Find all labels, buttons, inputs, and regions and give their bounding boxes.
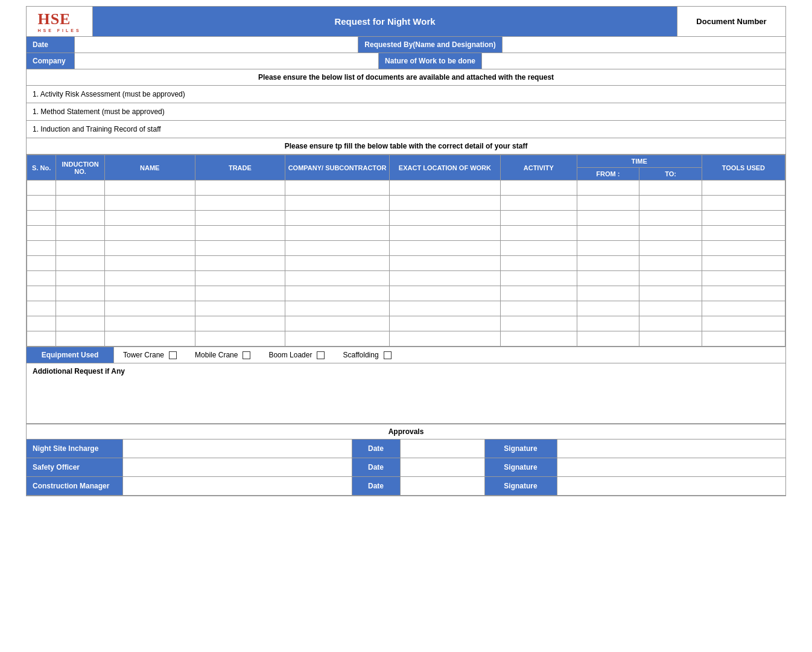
table-cell[interactable] (27, 301, 56, 316)
table-cell[interactable] (389, 181, 500, 196)
table-cell[interactable] (639, 181, 702, 196)
table-cell[interactable] (27, 271, 56, 286)
table-cell[interactable] (501, 211, 577, 226)
table-cell[interactable] (501, 286, 577, 301)
requested-by-value[interactable] (503, 37, 785, 53)
table-cell[interactable] (285, 196, 390, 211)
table-cell[interactable] (104, 316, 195, 331)
construction-manager-date-value[interactable] (401, 477, 485, 495)
table-cell[interactable] (195, 181, 285, 196)
table-cell[interactable] (389, 316, 500, 331)
table-cell[interactable] (56, 316, 105, 331)
table-cell[interactable] (702, 271, 785, 286)
table-cell[interactable] (389, 196, 500, 211)
table-cell[interactable] (639, 241, 702, 256)
table-cell[interactable] (27, 316, 56, 331)
company-value[interactable] (75, 53, 379, 69)
table-cell[interactable] (389, 331, 500, 347)
safety-officer-sig-value[interactable] (557, 458, 786, 476)
table-cell[interactable] (104, 301, 195, 316)
table-cell[interactable] (56, 196, 105, 211)
table-cell[interactable] (104, 256, 195, 271)
night-site-sig-value[interactable] (557, 439, 786, 458)
table-cell[interactable] (639, 316, 702, 331)
table-cell[interactable] (285, 256, 390, 271)
table-cell[interactable] (702, 256, 785, 271)
table-cell[interactable] (27, 286, 56, 301)
table-cell[interactable] (577, 271, 639, 286)
table-cell[interactable] (702, 316, 785, 331)
table-cell[interactable] (27, 241, 56, 256)
table-cell[interactable] (702, 286, 785, 301)
table-cell[interactable] (577, 316, 639, 331)
table-cell[interactable] (195, 286, 285, 301)
night-site-incharge-name[interactable] (123, 439, 352, 458)
table-cell[interactable] (702, 241, 785, 256)
nature-value[interactable] (482, 53, 785, 69)
table-cell[interactable] (56, 211, 105, 226)
table-cell[interactable] (285, 331, 390, 347)
table-cell[interactable] (501, 196, 577, 211)
table-cell[interactable] (195, 316, 285, 331)
table-cell[interactable] (285, 271, 390, 286)
table-cell[interactable] (639, 226, 702, 241)
table-cell[interactable] (195, 271, 285, 286)
table-cell[interactable] (501, 226, 577, 241)
table-cell[interactable] (389, 271, 500, 286)
table-cell[interactable] (702, 331, 785, 347)
table-cell[interactable] (104, 271, 195, 286)
date-value[interactable] (75, 37, 358, 53)
table-cell[interactable] (501, 331, 577, 347)
table-cell[interactable] (389, 211, 500, 226)
table-cell[interactable] (195, 241, 285, 256)
table-cell[interactable] (27, 331, 56, 347)
table-cell[interactable] (104, 211, 195, 226)
table-cell[interactable] (56, 301, 105, 316)
table-cell[interactable] (639, 271, 702, 286)
mobile-crane-checkbox[interactable] (243, 351, 250, 359)
table-cell[interactable] (27, 181, 56, 196)
table-cell[interactable] (56, 271, 105, 286)
table-cell[interactable] (56, 226, 105, 241)
table-cell[interactable] (501, 181, 577, 196)
table-cell[interactable] (285, 316, 390, 331)
table-cell[interactable] (56, 256, 105, 271)
table-cell[interactable] (639, 256, 702, 271)
table-cell[interactable] (501, 241, 577, 256)
boom-loader-checkbox[interactable] (317, 351, 325, 359)
table-cell[interactable] (285, 241, 390, 256)
night-site-date-value[interactable] (401, 439, 485, 458)
table-cell[interactable] (389, 256, 500, 271)
table-cell[interactable] (639, 211, 702, 226)
table-cell[interactable] (285, 226, 390, 241)
table-cell[interactable] (27, 256, 56, 271)
table-cell[interactable] (27, 226, 56, 241)
table-cell[interactable] (195, 256, 285, 271)
table-cell[interactable] (577, 226, 639, 241)
table-cell[interactable] (104, 226, 195, 241)
table-cell[interactable] (639, 301, 702, 316)
table-cell[interactable] (577, 286, 639, 301)
table-cell[interactable] (501, 256, 577, 271)
table-cell[interactable] (639, 196, 702, 211)
table-cell[interactable] (577, 331, 639, 347)
table-cell[interactable] (195, 196, 285, 211)
table-cell[interactable] (501, 316, 577, 331)
table-cell[interactable] (285, 211, 390, 226)
table-cell[interactable] (577, 241, 639, 256)
table-cell[interactable] (501, 271, 577, 286)
table-cell[interactable] (389, 241, 500, 256)
table-cell[interactable] (56, 241, 105, 256)
construction-manager-name[interactable] (123, 477, 352, 495)
table-cell[interactable] (577, 196, 639, 211)
construction-manager-sig-value[interactable] (557, 477, 786, 495)
table-cell[interactable] (104, 181, 195, 196)
table-cell[interactable] (702, 226, 785, 241)
table-cell[interactable] (27, 196, 56, 211)
scaffolding-checkbox[interactable] (384, 351, 392, 359)
table-cell[interactable] (577, 181, 639, 196)
table-cell[interactable] (577, 301, 639, 316)
table-cell[interactable] (702, 211, 785, 226)
table-cell[interactable] (195, 226, 285, 241)
table-cell[interactable] (104, 286, 195, 301)
